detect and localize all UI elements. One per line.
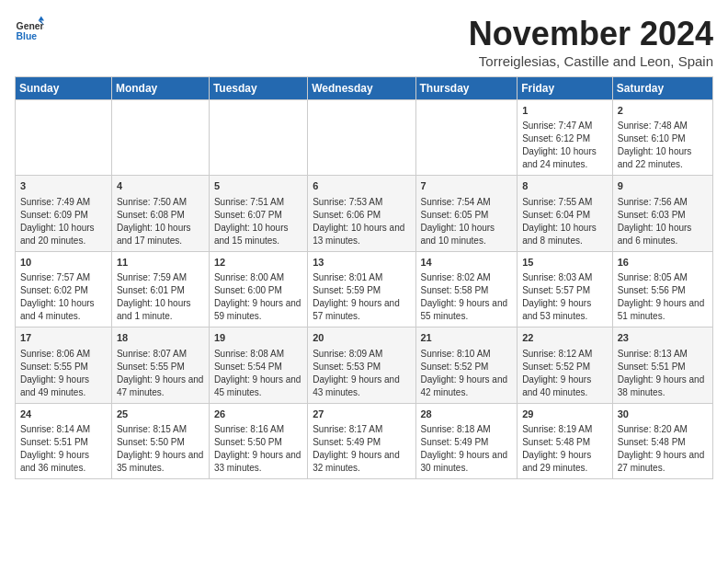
calendar-cell: 2Sunrise: 7:48 AMSunset: 6:10 PMDaylight… [612, 100, 712, 176]
day-number: 9 [618, 179, 708, 193]
day-info: Sunset: 5:58 PM [421, 284, 513, 297]
svg-text:Blue: Blue [17, 31, 38, 41]
day-info: Sunrise: 8:01 AM [313, 271, 410, 284]
calendar-table: SundayMondayTuesdayWednesdayThursdayFrid… [15, 76, 713, 479]
day-info: Sunset: 5:49 PM [313, 436, 410, 449]
day-info: Sunrise: 7:49 AM [20, 196, 107, 209]
day-info: Sunset: 6:03 PM [618, 209, 708, 222]
day-info: Sunrise: 7:48 AM [618, 120, 708, 132]
day-info: Sunrise: 8:19 AM [522, 423, 608, 436]
day-number: 25 [117, 408, 204, 421]
day-info: Daylight: 9 hours and 43 minutes. [313, 373, 410, 399]
day-info: Sunrise: 7:53 AM [313, 196, 410, 209]
day-info: Daylight: 9 hours and 40 minutes. [522, 373, 608, 399]
day-number: 10 [20, 256, 107, 270]
day-info: Daylight: 9 hours and 32 minutes. [313, 449, 410, 475]
day-number: 20 [313, 331, 410, 345]
calendar-header-row: SundayMondayTuesdayWednesdayThursdayFrid… [16, 77, 713, 100]
day-info: Sunset: 5:53 PM [313, 361, 410, 373]
day-info: Daylight: 10 hours and 8 minutes. [522, 222, 608, 247]
day-number: 22 [522, 331, 608, 345]
calendar-cell: 11Sunrise: 7:59 AMSunset: 6:01 PMDayligh… [111, 251, 209, 327]
day-number: 29 [522, 408, 608, 421]
day-info: Sunrise: 8:00 AM [214, 271, 302, 284]
calendar-cell: 3Sunrise: 7:49 AMSunset: 6:09 PMDaylight… [16, 176, 112, 251]
calendar-cell: 5Sunrise: 7:51 AMSunset: 6:07 PMDaylight… [209, 176, 307, 251]
day-info: Sunrise: 8:12 AM [522, 348, 608, 361]
calendar-cell [308, 100, 415, 176]
calendar-week-5: 24Sunrise: 8:14 AMSunset: 5:51 PMDayligh… [16, 403, 713, 478]
calendar-week-1: 1Sunrise: 7:47 AMSunset: 6:12 PMDaylight… [16, 100, 713, 176]
calendar-cell: 25Sunrise: 8:15 AMSunset: 5:50 PMDayligh… [111, 403, 209, 478]
calendar-body: 1Sunrise: 7:47 AMSunset: 6:12 PMDaylight… [16, 100, 713, 479]
day-info: Sunset: 5:55 PM [20, 361, 107, 373]
day-header-sunday: Sunday [16, 77, 112, 100]
day-info: Daylight: 9 hours and 42 minutes. [421, 373, 513, 399]
calendar-cell: 23Sunrise: 8:13 AMSunset: 5:51 PMDayligh… [612, 327, 712, 403]
day-info: Daylight: 9 hours and 27 minutes. [618, 449, 708, 475]
day-header-tuesday: Tuesday [209, 77, 307, 100]
day-info: Sunset: 5:54 PM [214, 361, 302, 373]
day-info: Daylight: 10 hours and 10 minutes. [421, 222, 513, 247]
day-info: Sunrise: 8:06 AM [20, 348, 107, 361]
calendar-cell: 6Sunrise: 7:53 AMSunset: 6:06 PMDaylight… [308, 176, 415, 251]
calendar-cell: 12Sunrise: 8:00 AMSunset: 6:00 PMDayligh… [209, 251, 307, 327]
day-info: Daylight: 10 hours and 20 minutes. [20, 222, 107, 247]
calendar-cell: 8Sunrise: 7:55 AMSunset: 6:04 PMDaylight… [518, 176, 613, 251]
calendar-cell: 26Sunrise: 8:16 AMSunset: 5:50 PMDayligh… [209, 403, 307, 478]
day-number: 8 [522, 179, 608, 193]
day-header-thursday: Thursday [415, 77, 518, 100]
day-info: Sunrise: 7:47 AM [522, 120, 608, 132]
location-title: Torreiglesias, Castille and Leon, Spain [469, 53, 713, 69]
day-info: Daylight: 9 hours and 47 minutes. [117, 373, 204, 399]
day-info: Daylight: 9 hours and 29 minutes. [522, 449, 608, 475]
calendar-cell: 1Sunrise: 7:47 AMSunset: 6:12 PMDaylight… [518, 100, 613, 176]
day-info: Sunset: 6:08 PM [117, 209, 204, 222]
day-number: 13 [313, 256, 410, 270]
day-info: Sunrise: 8:09 AM [313, 348, 410, 361]
day-info: Sunrise: 7:56 AM [618, 196, 708, 209]
day-number: 1 [522, 104, 608, 118]
day-number: 27 [313, 408, 410, 421]
day-info: Sunrise: 8:08 AM [214, 348, 302, 361]
day-info: Sunset: 5:57 PM [522, 284, 608, 297]
day-info: Sunset: 6:04 PM [522, 209, 608, 222]
day-number: 26 [214, 408, 302, 421]
day-info: Daylight: 9 hours and 38 minutes. [618, 373, 708, 399]
day-number: 30 [618, 408, 708, 421]
day-info: Daylight: 9 hours and 49 minutes. [20, 373, 107, 399]
page-header: General Blue November 2024 Torreiglesias… [15, 15, 713, 69]
day-number: 19 [214, 331, 302, 345]
day-info: Sunrise: 7:50 AM [117, 196, 204, 209]
day-header-saturday: Saturday [612, 77, 712, 100]
day-info: Sunrise: 7:59 AM [117, 271, 204, 284]
day-number: 17 [20, 331, 107, 345]
calendar-week-3: 10Sunrise: 7:57 AMSunset: 6:02 PMDayligh… [16, 251, 713, 327]
day-info: Daylight: 10 hours and 1 minute. [117, 297, 204, 323]
day-number: 15 [522, 256, 608, 270]
day-info: Daylight: 9 hours and 33 minutes. [214, 449, 302, 475]
day-number: 2 [618, 104, 708, 118]
day-number: 4 [117, 179, 204, 193]
day-info: Sunset: 5:51 PM [20, 436, 107, 449]
day-info: Daylight: 9 hours and 59 minutes. [214, 297, 302, 323]
day-info: Sunset: 6:05 PM [421, 209, 513, 222]
day-info: Daylight: 9 hours and 30 minutes. [421, 449, 513, 475]
calendar-cell: 21Sunrise: 8:10 AMSunset: 5:52 PMDayligh… [415, 327, 518, 403]
calendar-cell: 18Sunrise: 8:07 AMSunset: 5:55 PMDayligh… [111, 327, 209, 403]
day-info: Sunrise: 8:15 AM [117, 423, 204, 436]
calendar-cell: 15Sunrise: 8:03 AMSunset: 5:57 PMDayligh… [518, 251, 613, 327]
day-header-friday: Friday [518, 77, 613, 100]
day-info: Daylight: 9 hours and 57 minutes. [313, 297, 410, 323]
day-info: Daylight: 10 hours and 6 minutes. [618, 222, 708, 247]
day-info: Sunset: 5:48 PM [618, 436, 708, 449]
day-header-wednesday: Wednesday [308, 77, 415, 100]
logo: General Blue [15, 15, 46, 44]
calendar-cell: 30Sunrise: 8:20 AMSunset: 5:48 PMDayligh… [612, 403, 712, 478]
day-info: Daylight: 10 hours and 17 minutes. [117, 222, 204, 247]
day-info: Sunset: 6:06 PM [313, 209, 410, 222]
calendar-cell: 4Sunrise: 7:50 AMSunset: 6:08 PMDaylight… [111, 176, 209, 251]
day-number: 5 [214, 179, 302, 193]
day-info: Sunset: 6:09 PM [20, 209, 107, 222]
calendar-cell: 10Sunrise: 7:57 AMSunset: 6:02 PMDayligh… [16, 251, 112, 327]
